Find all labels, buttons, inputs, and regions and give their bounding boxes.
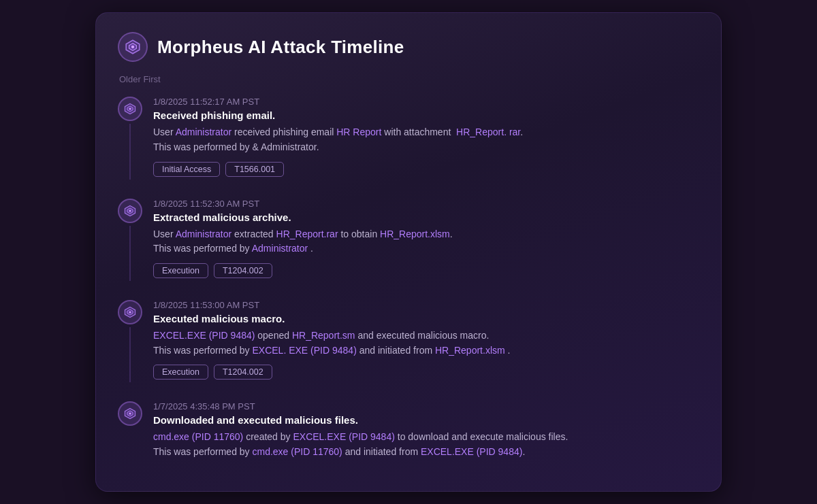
page-title: Morpheus AI Attack Timeline <box>157 37 404 58</box>
event-tags: Execution T1204.002 <box>153 365 699 380</box>
event-description: User Administrator received phishing ema… <box>153 125 699 154</box>
svg-point-8 <box>129 209 131 212</box>
morpheus-logo <box>118 32 148 62</box>
item-avatar <box>118 401 142 426</box>
entity-excel-pid-4: EXCEL.EXE (PID 9484) <box>421 446 522 457</box>
event-description: cmd.exe (PID 11760) created by EXCEL.EXE… <box>153 430 699 459</box>
event-description: EXCEL.EXE (PID 9484) opened HR_Report.sm… <box>153 329 699 358</box>
event-title: Downloaded and executed malicious files. <box>153 414 699 426</box>
svg-point-11 <box>129 312 131 314</box>
timeline-connector <box>129 226 131 281</box>
svg-point-2 <box>131 46 134 48</box>
entity-hr-report: HR Report <box>336 127 381 137</box>
timeline-content: 1/8/2025 11:53:00 AM PST Executed malici… <box>153 300 699 382</box>
entity-hr-report-sm: HR_Report.sm <box>292 330 355 341</box>
header: Morpheus AI Attack Timeline <box>118 32 699 62</box>
timeline-left <box>118 199 142 281</box>
event-timestamp: 1/8/2025 11:53:00 AM PST <box>153 300 699 310</box>
event-title: Received phishing email. <box>153 110 699 121</box>
timeline-connector <box>129 327 131 382</box>
timeline-item: 1/8/2025 11:52:30 AM PST Extracted malic… <box>118 199 699 281</box>
tag-t1204: T1204.002 <box>214 263 272 278</box>
timeline-item: 1/8/2025 11:53:00 AM PST Executed malici… <box>118 300 699 382</box>
timeline-item: 1/8/2025 11:52:17 AM PST Received phishi… <box>118 97 699 179</box>
event-timestamp: 1/8/2025 11:52:17 AM PST <box>153 97 699 107</box>
svg-point-5 <box>129 108 131 110</box>
timeline-left <box>118 97 142 179</box>
event-timestamp: 1/8/2025 11:52:30 AM PST <box>153 199 699 209</box>
timeline: 1/8/2025 11:52:17 AM PST Received phishi… <box>118 97 699 469</box>
attack-timeline-card: Morpheus AI Attack Timeline Older First … <box>95 12 722 492</box>
tag-execution: Execution <box>153 263 208 278</box>
timeline-left <box>118 401 142 469</box>
entity-excel-pid-2: EXCEL. EXE (PID 9484) <box>253 345 357 356</box>
entity-cmd-pid-2: cmd.exe (PID 11760) <box>253 446 342 457</box>
event-timestamp: 1/7/2025 4:35:48 PM PST <box>153 401 699 411</box>
tag-initial-access: Initial Access <box>153 162 220 177</box>
timeline-left <box>118 300 142 382</box>
event-tags: Initial Access T1566.001 <box>153 162 699 177</box>
timeline-connector <box>129 124 131 179</box>
entity-hr-report-xlsm: HR_Report.xlsm <box>380 229 450 239</box>
entity-excel-pid-3: EXCEL.EXE (PID 9484) <box>293 431 394 442</box>
item-avatar <box>118 97 142 121</box>
timeline-content: 1/8/2025 11:52:17 AM PST Received phishi… <box>153 97 699 179</box>
timeline-content: 1/7/2025 4:35:48 PM PST Downloaded and e… <box>153 401 699 469</box>
item-avatar <box>118 199 142 223</box>
entity-hr-report-xlsm-2: HR_Report.xlsm <box>435 345 505 356</box>
timeline-content: 1/8/2025 11:52:30 AM PST Extracted malic… <box>153 199 699 281</box>
event-title: Executed malicious macro. <box>153 313 699 324</box>
entity-administrator: Administrator <box>176 229 231 239</box>
svg-point-14 <box>129 413 131 415</box>
entity-excel-pid: EXCEL.EXE (PID 9484) <box>153 330 255 341</box>
entity-administrator: Administrator <box>176 127 231 137</box>
tag-t1204-2: T1204.002 <box>214 365 272 380</box>
entity-cmd-pid: cmd.exe (PID 11760) <box>153 431 243 442</box>
event-tags: Execution T1204.002 <box>153 263 699 278</box>
item-avatar <box>118 300 142 324</box>
sort-label: Older First <box>118 74 699 84</box>
timeline-item: 1/7/2025 4:35:48 PM PST Downloaded and e… <box>118 401 699 469</box>
event-title: Extracted malicious archive. <box>153 212 699 223</box>
tag-t1566: T1566.001 <box>225 162 284 177</box>
event-description: User Administrator extracted HR_Report.r… <box>153 227 699 256</box>
entity-administrator-2: Administrator <box>252 243 308 254</box>
entity-hr-report-rar: HR_Report.rar <box>276 229 338 239</box>
entity-hr-report-rar: HR_Report. rar <box>456 127 520 137</box>
tag-execution-2: Execution <box>153 365 208 380</box>
